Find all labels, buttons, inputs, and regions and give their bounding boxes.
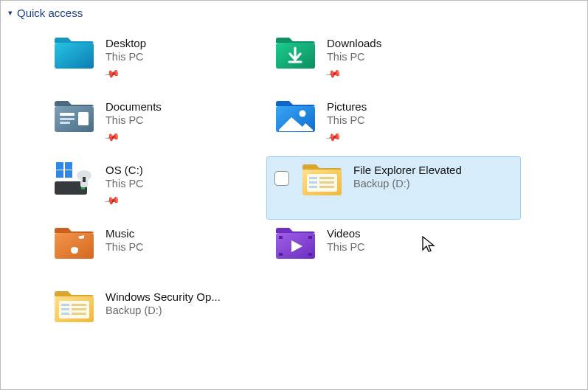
- videos-folder-icon: [272, 224, 319, 261]
- svg-point-8: [300, 111, 306, 117]
- selection-checkbox[interactable]: [274, 171, 289, 186]
- svg-rect-36: [61, 308, 69, 310]
- svg-rect-29: [279, 253, 283, 256]
- svg-rect-26: [55, 233, 94, 259]
- item-location: This PC: [106, 51, 146, 63]
- quick-access-item-os-c[interactable]: OS (C:) This PC 📌: [45, 156, 266, 220]
- svg-rect-5: [60, 122, 70, 124]
- pictures-folder-icon: [272, 97, 319, 134]
- svg-rect-12: [65, 170, 72, 178]
- pin-icon: 📌: [325, 66, 342, 83]
- downloads-folder-icon: [272, 34, 319, 71]
- item-location: This PC: [106, 241, 144, 253]
- item-location: This PC: [327, 241, 365, 253]
- section-title: Quick access: [17, 7, 83, 19]
- pin-icon: 📌: [103, 192, 120, 209]
- item-title: OS (C:): [106, 164, 144, 176]
- folder-icon: [299, 161, 346, 198]
- music-folder-icon: [51, 224, 98, 261]
- svg-rect-31: [308, 253, 312, 256]
- item-location: Backup (D:): [106, 304, 221, 316]
- desktop-folder-icon: [51, 34, 98, 71]
- svg-rect-20: [309, 177, 317, 179]
- drive-os-icon: [51, 161, 98, 198]
- svg-rect-22: [309, 181, 317, 184]
- svg-rect-35: [72, 304, 86, 306]
- svg-rect-3: [60, 113, 75, 116]
- svg-rect-34: [61, 304, 69, 306]
- svg-rect-24: [309, 186, 317, 188]
- svg-rect-23: [319, 181, 334, 184]
- svg-rect-37: [72, 308, 86, 310]
- item-location: Backup (D:): [353, 178, 462, 189]
- chevron-down-icon: ▾: [8, 9, 13, 17]
- svg-rect-4: [60, 118, 75, 120]
- documents-folder-icon: [51, 97, 98, 134]
- item-location: This PC: [106, 178, 144, 189]
- svg-rect-9: [56, 162, 63, 170]
- quick-access-header[interactable]: ▾ Quick access: [1, 1, 587, 22]
- svg-rect-38: [61, 313, 69, 315]
- svg-rect-25: [319, 186, 334, 188]
- pin-icon: 📌: [325, 129, 342, 146]
- quick-access-grid: Desktop This PC 📌 Downloads This PC 📌: [1, 22, 587, 347]
- item-location: This PC: [327, 51, 381, 63]
- item-title: Desktop: [106, 37, 146, 49]
- item-title: Pictures: [327, 100, 367, 113]
- svg-rect-6: [78, 112, 89, 125]
- svg-rect-30: [308, 236, 312, 239]
- svg-rect-10: [65, 162, 72, 170]
- quick-access-item-file-explorer-elevated[interactable]: File Explorer Elevated Backup (D:): [266, 156, 521, 220]
- item-title: Downloads: [327, 37, 381, 49]
- pin-icon: 📌: [103, 129, 120, 146]
- quick-access-item-documents[interactable]: Documents This PC 📌: [45, 93, 266, 156]
- quick-access-item-windows-security[interactable]: Windows Security Op... Backup (D:): [45, 283, 266, 347]
- svg-rect-17: [83, 177, 86, 182]
- item-location: This PC: [106, 114, 162, 126]
- item-title: Music: [106, 227, 144, 240]
- svg-rect-21: [319, 177, 334, 179]
- quick-access-item-desktop[interactable]: Desktop This PC 📌: [45, 29, 266, 93]
- pin-icon: 📌: [103, 66, 120, 83]
- quick-access-item-music[interactable]: Music This PC: [45, 220, 266, 283]
- item-location: This PC: [327, 114, 367, 126]
- item-title: File Explorer Elevated: [353, 164, 462, 176]
- svg-rect-0: [55, 43, 94, 69]
- quick-access-item-pictures[interactable]: Pictures This PC 📌: [266, 93, 521, 156]
- quick-access-item-downloads[interactable]: Downloads This PC 📌: [266, 29, 521, 93]
- svg-rect-39: [72, 313, 86, 315]
- item-title: Windows Security Op...: [106, 290, 221, 303]
- quick-access-item-videos[interactable]: Videos This PC: [266, 220, 521, 283]
- folder-icon: [51, 288, 98, 324]
- svg-rect-28: [279, 236, 283, 239]
- svg-rect-11: [56, 170, 63, 178]
- item-title: Documents: [106, 100, 162, 113]
- item-title: Videos: [327, 227, 365, 240]
